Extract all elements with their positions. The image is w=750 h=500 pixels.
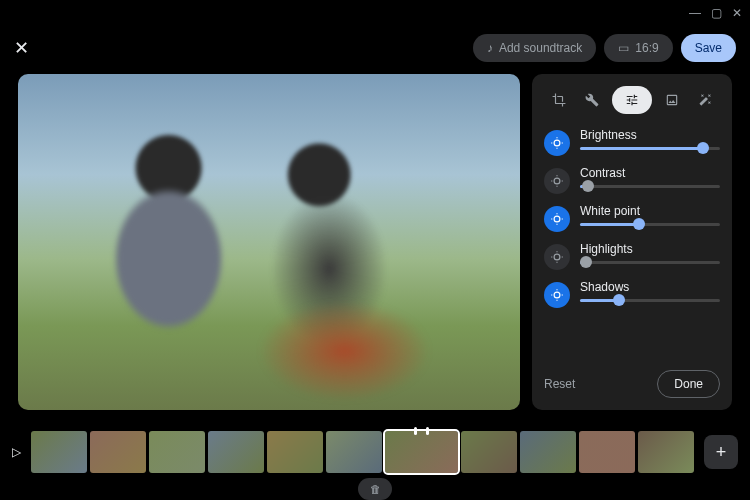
markup-tab[interactable] — [691, 86, 719, 114]
aspect-label: 16:9 — [635, 41, 658, 55]
timeline-clip[interactable] — [638, 431, 694, 473]
window-controls: — ▢ ✕ — [689, 6, 742, 20]
contrast-slider[interactable] — [580, 185, 720, 188]
crop-icon — [552, 93, 566, 107]
timeline-clip[interactable] — [461, 431, 517, 473]
panel-footer: Reset Done — [544, 370, 720, 398]
slider-label: Brightness — [580, 128, 720, 142]
sliders-list: BrightnessContrastWhite pointHighlightsS… — [544, 128, 720, 362]
brightness-icon — [544, 130, 570, 156]
timeline-clip[interactable] — [520, 431, 576, 473]
save-button[interactable]: Save — [681, 34, 736, 62]
highlights-icon — [544, 244, 570, 270]
filters-icon — [665, 93, 679, 107]
adjust-panel: BrightnessContrastWhite pointHighlightsS… — [532, 74, 732, 410]
contrast-icon — [544, 168, 570, 194]
timeline-clip[interactable] — [208, 431, 264, 473]
timeline-clip[interactable] — [90, 431, 146, 473]
slider-contrast: Contrast — [544, 166, 720, 194]
add-soundtrack-button[interactable]: ♪ Add soundtrack — [473, 34, 596, 62]
slider-label: White point — [580, 204, 720, 218]
music-note-icon: ♪ — [487, 41, 493, 55]
aspect-ratio-button[interactable]: ▭ 16:9 — [604, 34, 672, 62]
tools-tab[interactable] — [578, 86, 606, 114]
media-preview[interactable] — [18, 74, 520, 410]
brightness-slider[interactable] — [580, 147, 720, 150]
aspect-icon: ▭ — [618, 41, 629, 55]
timeline-clip[interactable] — [31, 431, 87, 473]
slider-label: Contrast — [580, 166, 720, 180]
timeline-clip[interactable] — [385, 431, 458, 473]
slider-label: Shadows — [580, 280, 720, 294]
shadows-icon — [544, 282, 570, 308]
whitepoint-icon — [544, 206, 570, 232]
play-button[interactable]: ▷ — [12, 445, 21, 459]
maximize-button[interactable]: ▢ — [711, 6, 722, 20]
done-button[interactable]: Done — [657, 370, 720, 398]
svg-point-2 — [554, 216, 560, 222]
crop-tab[interactable] — [545, 86, 573, 114]
timeline-clip[interactable] — [267, 431, 323, 473]
slider-brightness: Brightness — [544, 128, 720, 156]
tool-tabs — [544, 86, 720, 114]
timeline-clip[interactable] — [149, 431, 205, 473]
adjust-icon — [625, 93, 639, 107]
delete-clip-button[interactable]: 🗑 — [358, 478, 392, 500]
shadows-slider[interactable] — [580, 299, 720, 302]
slider-whitepoint: White point — [544, 204, 720, 232]
minimize-button[interactable]: — — [689, 6, 701, 20]
timeline-clip[interactable] — [579, 431, 635, 473]
clips-strip — [31, 431, 694, 473]
editor-area: BrightnessContrastWhite pointHighlightsS… — [18, 74, 732, 410]
timeline-clip[interactable] — [326, 431, 382, 473]
topbar: ✕ ♪ Add soundtrack ▭ 16:9 Save — [0, 28, 750, 68]
highlights-slider[interactable] — [580, 261, 720, 264]
whitepoint-slider[interactable] — [580, 223, 720, 226]
tools-icon — [585, 93, 599, 107]
soundtrack-label: Add soundtrack — [499, 41, 582, 55]
adjust-tab[interactable] — [612, 86, 652, 114]
svg-point-4 — [554, 292, 560, 298]
reset-button[interactable]: Reset — [544, 377, 575, 391]
timeline: ▷ + — [0, 426, 750, 478]
close-editor-button[interactable]: ✕ — [14, 37, 29, 59]
add-clip-button[interactable]: + — [704, 435, 738, 469]
slider-shadows: Shadows — [544, 280, 720, 308]
slider-label: Highlights — [580, 242, 720, 256]
svg-point-1 — [554, 178, 560, 184]
window-close-button[interactable]: ✕ — [732, 6, 742, 20]
magic-icon — [698, 93, 712, 107]
svg-point-3 — [554, 254, 560, 260]
filters-tab[interactable] — [658, 86, 686, 114]
svg-point-0 — [554, 140, 560, 146]
slider-highlights: Highlights — [544, 242, 720, 270]
